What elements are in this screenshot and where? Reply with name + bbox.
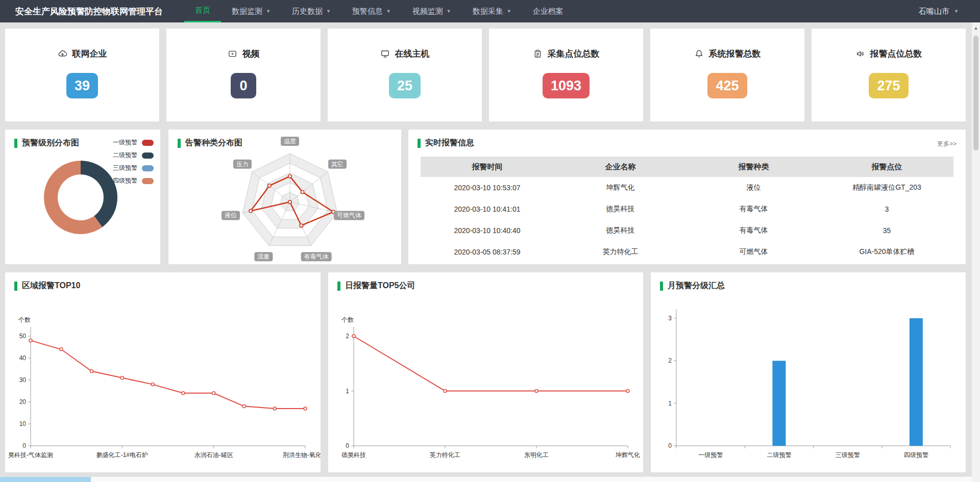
stat-label: 报警点位总数 xyxy=(870,48,922,60)
radar-point-4[interactable] xyxy=(288,200,291,204)
y-tick-label: 40 xyxy=(19,354,27,362)
legend-item-level-1[interactable]: 一级预警 xyxy=(113,136,154,149)
y-tick-label: 1 xyxy=(668,400,672,407)
data-point-1[interactable] xyxy=(444,390,447,393)
data-point-7[interactable] xyxy=(242,405,246,408)
nav-item-data-monitoring[interactable]: 数据监测▼ xyxy=(221,0,281,22)
vertical-scrollbar-thumb[interactable] xyxy=(973,36,978,150)
legend-item-level-4[interactable]: 四级预警 xyxy=(113,174,154,187)
stat-label: 采集点位总数 xyxy=(548,48,600,60)
alarm-table-cell: 35 xyxy=(820,220,953,241)
data-point-0[interactable] xyxy=(29,339,32,342)
radar-point-0[interactable] xyxy=(288,174,291,177)
daily-top5-panel: 日报警量TOP5公司 012个数德昊科技英力特化工东明化工坤辉气化 xyxy=(328,272,643,472)
data-point-9[interactable] xyxy=(304,407,307,410)
alarm-type-panel: 告警种类分布图 温度其它可燃气体有毒气体流量液位压力 xyxy=(168,130,401,264)
data-point-2[interactable] xyxy=(90,370,93,373)
alarm-table-header-cell: 报警点位 xyxy=(820,157,953,177)
alarm-table-row-1[interactable]: 2020-03-10 10:41:01德昊科技有毒气体3 xyxy=(421,198,953,220)
alarm-table-cell: 有毒气体 xyxy=(687,220,820,241)
data-point-4[interactable] xyxy=(151,383,154,386)
svg-text:其它: 其它 xyxy=(331,161,344,168)
data-point-5[interactable] xyxy=(182,392,185,395)
data-point-8[interactable] xyxy=(273,407,276,410)
nav-item-history-data[interactable]: 历史数据▼ xyxy=(281,0,341,22)
legend-swatch xyxy=(142,140,154,146)
horizontal-scrollbar-thumb[interactable] xyxy=(0,477,91,482)
data-point-3[interactable] xyxy=(120,376,124,379)
speaker-icon xyxy=(855,49,865,59)
radar-point-3[interactable] xyxy=(300,224,303,227)
stat-card-online-hosts: 在线主机25 xyxy=(328,29,482,121)
nav-item-video-monitoring[interactable]: 视频监测▼ xyxy=(402,0,462,22)
nav-item-warning-info[interactable]: 预警信息▼ xyxy=(341,0,402,22)
region-selector[interactable]: 石嘴山市 ▼ xyxy=(919,7,959,16)
alarm-table-cell: 德昊科技 xyxy=(554,220,687,241)
nav-item-enterprise-archive[interactable]: 企业档案 xyxy=(522,0,574,22)
nav-item-label: 数据采集 xyxy=(473,7,503,16)
region-top10-line-chart: 01020304050个数昊科技-气体监测鹏盛化工-1#电石炉永润石油-罐区荆洪… xyxy=(5,272,321,472)
stat-label: 系统报警总数 xyxy=(709,48,761,60)
data-point-2[interactable] xyxy=(535,390,538,393)
chevron-down-icon: ▼ xyxy=(326,9,331,14)
scroll-up-arrow-icon[interactable]: ▲ xyxy=(972,26,980,31)
more-link[interactable]: 更多>> xyxy=(937,140,957,148)
x-tick-label: 东明化工 xyxy=(524,451,549,459)
y-tick-label: 0 xyxy=(22,442,26,449)
svg-text:流量: 流量 xyxy=(257,253,270,260)
radar-point-6[interactable] xyxy=(268,184,271,187)
data-point-0[interactable] xyxy=(352,335,355,338)
bar-3[interactable] xyxy=(910,318,923,446)
panel-title: 预警级别分布图 xyxy=(14,138,79,148)
nav-item-data-collection[interactable]: 数据采集▼ xyxy=(462,0,522,22)
vertical-scrollbar[interactable]: ▲ xyxy=(972,22,980,482)
legend-item-level-3[interactable]: 三级预警 xyxy=(113,162,154,174)
x-tick-label: 英力特化工 xyxy=(430,451,460,459)
y-axis-name: 个数 xyxy=(341,316,354,323)
app-title: 安全生产风险预警防控物联网管理平台 xyxy=(15,6,163,17)
nav-item-home[interactable]: 首页 xyxy=(184,0,221,22)
title-accent-bar xyxy=(178,139,181,148)
stat-card-head: 在线主机 xyxy=(380,48,430,60)
legend-item-level-2[interactable]: 二级预警 xyxy=(113,149,154,162)
y-tick-label: 10 xyxy=(19,420,27,427)
legend-swatch xyxy=(142,165,154,171)
data-point-1[interactable] xyxy=(60,348,63,351)
alarm-table: 报警时间企业名称报警种类报警点位2020-03-10 10:53:07坤辉气化液… xyxy=(421,157,953,263)
y-tick-label: 20 xyxy=(19,398,27,405)
donut-slice-level-2[interactable] xyxy=(81,161,117,227)
daily-top5-line-chart: 012个数德昊科技英力特化工东明化工坤辉气化 xyxy=(328,272,643,472)
radar-point-1[interactable] xyxy=(301,190,304,193)
alarm-table-row-3[interactable]: 2020-03-05 08:37:59英力特化工可燃气体GIA-520单体贮槽 xyxy=(421,241,953,263)
bar-1[interactable] xyxy=(772,361,786,446)
chevron-down-icon: ▼ xyxy=(266,9,271,14)
clipboard-icon xyxy=(533,49,543,59)
legend-label: 三级预警 xyxy=(113,164,137,172)
nav-item-label: 企业档案 xyxy=(533,7,564,16)
nav-item-label: 历史数据 xyxy=(292,7,323,16)
radar-point-5[interactable] xyxy=(249,209,252,212)
x-tick-label: 德昊科技 xyxy=(341,451,366,459)
data-point-6[interactable] xyxy=(212,392,215,395)
monthly-summary-panel: 月预警分级汇总 0123一级预警二级预警三级预警四级预警 xyxy=(651,272,966,472)
alarm-table-cell: 可燃气体 xyxy=(687,241,820,263)
chevron-down-icon: ▼ xyxy=(954,9,959,14)
alarm-table-row-0[interactable]: 2020-03-10 10:53:07坤辉气化液位精醇南罐液位GT_203 xyxy=(421,177,953,198)
legend-label: 一级预警 xyxy=(113,138,137,147)
x-tick-label: 一级预警 xyxy=(698,451,723,459)
x-tick-label: 四级预警 xyxy=(904,451,928,459)
alarm-table-row-2[interactable]: 2020-03-10 10:40:40德昊科技有毒气体35 xyxy=(421,220,953,241)
donut-legend: 一级预警二级预警三级预警四级预警 xyxy=(113,136,154,187)
data-point-3[interactable] xyxy=(626,390,629,393)
stat-value-badge: 0 xyxy=(231,73,256,98)
svg-text:有毒气体: 有毒气体 xyxy=(304,253,329,260)
stat-card-head: 视频 xyxy=(228,48,260,60)
horizontal-scrollbar[interactable] xyxy=(0,476,972,482)
stat-value-badge: 39 xyxy=(66,73,98,98)
dashboard-screen: 安全生产风险预警防控物联网管理平台 首页数据监测▼历史数据▼预警信息▼视频监测▼… xyxy=(0,0,980,482)
stat-value-badge: 25 xyxy=(389,73,421,98)
stat-cards-row: 联网企业39视频0在线主机25采集点位总数1093系统报警总数425报警点位总数… xyxy=(5,29,966,121)
alarm-table-cell: 2020-03-10 10:40:40 xyxy=(421,220,554,241)
svg-text:可燃气体: 可燃气体 xyxy=(337,212,361,219)
stat-card-system-alarms-total: 系统报警总数425 xyxy=(650,29,804,121)
